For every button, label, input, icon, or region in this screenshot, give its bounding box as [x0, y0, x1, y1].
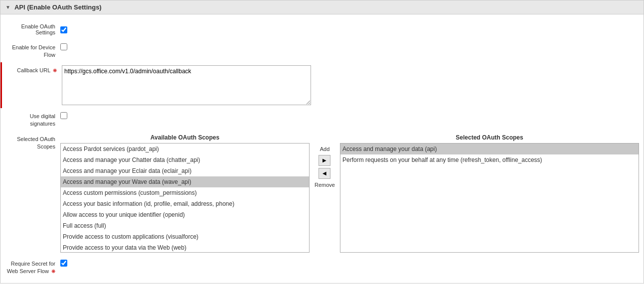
- callback-url-input[interactable]: [62, 65, 311, 105]
- add-remove-buttons-container: Add ▶ ◀ Remove: [312, 146, 338, 188]
- available-scope-item[interactable]: Allow access to your unique identifier (…: [61, 209, 309, 220]
- oauth-scopes-row: Selected OAuth Scopes Available OAuth Sc…: [0, 131, 644, 256]
- available-scope-item[interactable]: Access and manage your Wave data (wave_a…: [61, 176, 309, 187]
- callback-url-label: Callback URL ❋: [7, 65, 62, 74]
- device-flow-checkbox[interactable]: [60, 43, 67, 50]
- form-container: Enable OAuth Settings Enable for Device …: [0, 14, 644, 284]
- available-scope-item[interactable]: Access and manage your Eclair data (ecla…: [61, 165, 309, 176]
- selected-scope-item[interactable]: Access and manage your data (api): [340, 144, 639, 154]
- enable-oauth-label: Enable OAuth Settings: [5, 23, 60, 35]
- enable-oauth-row: Enable OAuth Settings: [0, 19, 644, 39]
- section-header[interactable]: ▼ API (Enable OAuth Settings): [0, 0, 644, 14]
- require-secret-label: Require Secret for Web Server Flow ❋: [5, 259, 60, 276]
- available-scopes-label: Available OAuth Scopes: [151, 134, 219, 141]
- digital-signatures-label: Use digital signatures: [5, 111, 60, 128]
- device-flow-label: Enable for Device Flow: [5, 42, 60, 59]
- collapse-arrow-icon[interactable]: ▼: [5, 4, 10, 10]
- available-scope-item[interactable]: Access custom permissions (custom_permis…: [61, 187, 309, 198]
- available-scopes-list[interactable]: Access Pardot services (pardot_api)Acces…: [60, 143, 310, 253]
- available-scopes-container: Available OAuth Scopes Access Pardot ser…: [60, 134, 310, 253]
- require-secret-control: [60, 259, 639, 267]
- oauth-scopes-label: Selected OAuth Scopes: [5, 134, 60, 151]
- available-scope-item[interactable]: Access your basic information (id, profi…: [61, 198, 309, 209]
- available-scope-item[interactable]: Access and manage your Chatter data (cha…: [61, 154, 309, 165]
- available-scope-item[interactable]: Provide access to custom applications (v…: [61, 231, 309, 242]
- digital-signatures-checkbox[interactable]: [60, 112, 67, 119]
- available-scope-item[interactable]: Provide access to your data via the Web …: [61, 242, 309, 253]
- selected-scopes-container: Selected OAuth Scopes Access and manage …: [340, 134, 639, 253]
- available-scope-item[interactable]: Full access (full): [61, 220, 309, 231]
- require-secret-info-icon: ❋: [51, 269, 55, 274]
- callback-url-required: ❋: [53, 68, 57, 73]
- oauth-scopes-content: Available OAuth Scopes Access Pardot ser…: [60, 134, 639, 253]
- remove-scope-button[interactable]: ◀: [319, 168, 330, 179]
- require-secret-checkbox[interactable]: [60, 260, 67, 267]
- digital-signatures-row: Use digital signatures: [0, 108, 644, 131]
- callback-url-row: Callback URL ❋: [0, 62, 644, 108]
- require-secret-row: Require Secret for Web Server Flow ❋: [0, 256, 644, 279]
- add-label: Add: [320, 146, 330, 152]
- callback-url-control: [62, 65, 639, 105]
- device-flow-control: [60, 42, 639, 50]
- remove-label: Remove: [315, 182, 335, 188]
- selected-scopes-label: Selected OAuth Scopes: [456, 134, 523, 141]
- enable-oauth-control: [60, 25, 639, 33]
- selected-scopes-list[interactable]: Access and manage your data (api)Perform…: [340, 143, 639, 253]
- add-scope-button[interactable]: ▶: [319, 155, 330, 166]
- digital-signatures-control: [60, 111, 639, 119]
- device-flow-row: Enable for Device Flow: [0, 39, 644, 62]
- enable-oauth-checkbox[interactable]: [60, 26, 67, 33]
- available-scope-item[interactable]: Access Pardot services (pardot_api): [61, 144, 309, 154]
- selected-scope-item[interactable]: Perform requests on your behalf at any t…: [340, 154, 639, 165]
- section-title: API (Enable OAuth Settings): [14, 3, 102, 11]
